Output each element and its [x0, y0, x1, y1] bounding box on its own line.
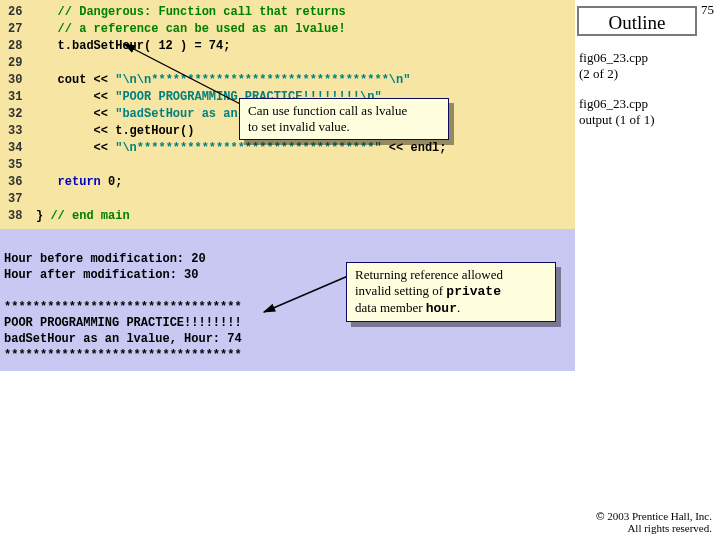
file-name: fig06_23.cpp: [579, 50, 648, 65]
callout-reference: Returning reference allowed invalid sett…: [346, 262, 556, 322]
output-line: Hour after modification: 30: [4, 268, 198, 282]
copyright-text: 2003 Prentice Hall, Inc.: [604, 510, 712, 522]
code-line: 38} // end main: [8, 208, 575, 225]
output-line: *********************************: [4, 348, 242, 362]
callout-text: to set invalid value.: [248, 119, 350, 134]
code-line: 29: [8, 55, 575, 72]
output-line: badSetHour as an lvalue, Hour: 74: [4, 332, 242, 346]
outline-box: Outline: [577, 6, 697, 36]
callout-text: Returning reference allowed: [355, 267, 503, 282]
callout-lvalue: Can use function call as lvalue to set i…: [239, 98, 449, 140]
file-name: fig06_23.cpp: [579, 96, 648, 111]
code-line: 28 t.badSetHour( 12 ) = 74;: [8, 38, 575, 55]
code-line: 36 return 0;: [8, 174, 575, 191]
file-part: output (1 of 1): [579, 112, 654, 127]
code-line: 35: [8, 157, 575, 174]
code-line: 30 cout << "\n\n************************…: [8, 72, 575, 89]
callout-text: data member: [355, 300, 426, 315]
callout-text: Can use function call as lvalue: [248, 103, 407, 118]
code-line: 27 // a reference can be used as an lval…: [8, 21, 575, 38]
code-line: 37: [8, 191, 575, 208]
file-meta: fig06_23.cpp output (1 of 1): [579, 96, 720, 128]
output-line: *********************************: [4, 300, 242, 314]
copyright-text: All rights reserved.: [627, 522, 712, 534]
code-line: 34 << "\n*******************************…: [8, 140, 575, 157]
slide-number: 75: [701, 2, 714, 18]
file-part: (2 of 2): [579, 66, 618, 81]
sidebar: 75 Outline fig06_23.cpp (2 of 2) fig06_2…: [575, 0, 720, 540]
callout-text: invalid setting of: [355, 283, 446, 298]
output-line: POOR PROGRAMMING PRACTICE!!!!!!!!: [4, 316, 242, 330]
callout-code: hour: [426, 301, 457, 316]
copyright: © 2003 Prentice Hall, Inc. All rights re…: [596, 510, 712, 534]
file-meta: fig06_23.cpp (2 of 2): [579, 50, 720, 82]
code-line: 26 // Dangerous: Function call that retu…: [8, 4, 575, 21]
output-line: Hour before modification: 20: [4, 252, 206, 266]
callout-text: .: [457, 300, 460, 315]
callout-code: private: [446, 284, 501, 299]
